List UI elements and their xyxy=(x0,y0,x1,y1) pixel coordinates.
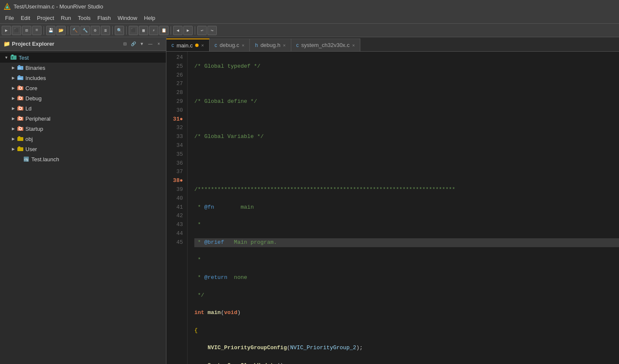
explorer-title: Project Explorer xyxy=(12,41,54,47)
toolbar-btn-9[interactable]: ⚙ xyxy=(91,26,100,35)
tab-modified-main-c xyxy=(195,44,199,47)
explorer-link-btn[interactable]: 🔗 xyxy=(130,40,137,48)
tab-debug-c[interactable]: c debug.c × xyxy=(210,39,250,51)
menu-tools[interactable]: Tools xyxy=(75,14,94,22)
code-area: c main.c × c debug.c × h debug.h × c sys… xyxy=(166,37,619,364)
tree-item-obj[interactable]: ▶ obj xyxy=(0,134,166,144)
svg-rect-10 xyxy=(18,75,20,77)
menu-edit[interactable]: Edit xyxy=(17,14,33,22)
code-line-34: * @brief Main program. xyxy=(194,238,619,247)
toolbar-sep-4 xyxy=(126,26,127,35)
toolbar-btn-3[interactable]: ⊞ xyxy=(22,26,31,35)
tab-close-main-c[interactable]: × xyxy=(201,43,204,48)
toolbar: ▶ ⬛ ⊞ ≡ 💾 📂 🔨 🔧 ⚙ ≣ 🔍 ⬛ ▦ ⚡ 📋 ◀ ▶ ↩ ↪ xyxy=(0,24,619,37)
tree-item-peripheral[interactable]: ▶ Peripheral xyxy=(0,113,166,124)
menu-run[interactable]: Run xyxy=(58,14,75,22)
tree-item-startup[interactable]: ▶ Startup xyxy=(0,124,166,134)
line-num-30: 30 xyxy=(166,106,183,115)
explorer-header: 📁 Project Explorer ⊟ 🔗 ▼ — × xyxy=(0,37,166,51)
tab-system-c[interactable]: c system_ch32v30x.c × xyxy=(291,39,361,51)
tree-item-test[interactable]: ▼ T Test xyxy=(0,52,166,63)
code-content[interactable]: /* Global typedef */ /* Global define */… xyxy=(188,52,619,364)
expander-startup: ▶ xyxy=(10,126,16,132)
explorer-collapse-btn[interactable]: ⊟ xyxy=(121,40,129,48)
tab-close-system-c[interactable]: × xyxy=(352,43,355,48)
tab-label-debug-c: debug.c xyxy=(220,42,239,48)
menu-file[interactable]: File xyxy=(2,14,17,22)
toolbar-btn-14[interactable]: ⚡ xyxy=(149,26,158,35)
icon-binaries: 01 xyxy=(17,64,24,71)
line-num-35: 35 xyxy=(166,150,183,159)
code-line-36: * @return none xyxy=(194,273,619,282)
tree-item-binaries[interactable]: ▶ 01 Binaries xyxy=(0,63,166,73)
toolbar-btn-8[interactable]: 🔧 xyxy=(80,26,90,35)
label-test-launch: Test.launch xyxy=(31,156,59,163)
tree-item-test-launch[interactable]: ▶ cfg Test.launch xyxy=(0,154,166,164)
code-line-26: /* Global define */ xyxy=(194,97,619,106)
code-line-40: NVIC_PriorityGroupConfig(NVIC_PriorityGr… xyxy=(194,344,619,353)
menu-flash[interactable]: Flash xyxy=(94,14,114,22)
tab-close-debug-c[interactable]: × xyxy=(242,43,244,48)
tree-item-includes[interactable]: ▶ #inc Includes xyxy=(0,73,166,83)
line-num-28: 28 xyxy=(166,88,183,97)
code-line-33: * xyxy=(194,221,619,229)
line-num-42: 42 xyxy=(166,212,183,221)
code-line-30 xyxy=(194,168,619,176)
label-debug: Debug xyxy=(25,95,41,102)
tree-item-ld[interactable]: ▶ Ld xyxy=(0,103,166,113)
toolbar-btn-2[interactable]: ⬛ xyxy=(12,26,21,35)
code-line-32: * @fn main xyxy=(194,203,619,212)
icon-user xyxy=(17,146,24,152)
tab-close-debug-h[interactable]: × xyxy=(283,43,285,48)
toolbar-btn-15[interactable]: 📋 xyxy=(159,26,169,35)
svg-rect-4 xyxy=(11,55,14,56)
explorer-min-btn[interactable]: — xyxy=(146,40,154,48)
line-numbers: 24 25 26 27 28 29 30 31● 32 33 34 35 36 … xyxy=(166,52,188,364)
main-layout: 📁 Project Explorer ⊟ 🔗 ▼ — × ▼ T xyxy=(0,37,619,364)
line-num-36: 36 xyxy=(166,159,183,168)
svg-rect-27 xyxy=(17,137,23,141)
toolbar-btn-19[interactable]: ↪ xyxy=(207,26,217,35)
tab-debug-h[interactable]: h debug.h × xyxy=(250,39,291,51)
line-num-39: 39 xyxy=(166,185,183,194)
label-test: Test xyxy=(19,55,29,61)
tree-item-user[interactable]: ▶ User xyxy=(0,144,166,154)
line-num-38: 38● xyxy=(166,176,183,185)
toolbar-btn-13[interactable]: ▦ xyxy=(139,26,148,35)
toolbar-sep-5 xyxy=(171,26,171,35)
label-ld: Ld xyxy=(25,105,31,112)
label-startup: Startup xyxy=(25,126,43,132)
explorer-close-btn[interactable]: × xyxy=(155,40,163,48)
toolbar-sep-3 xyxy=(112,26,113,35)
menu-project[interactable]: Project xyxy=(33,14,57,22)
toolbar-btn-17[interactable]: ▶ xyxy=(183,26,193,35)
toolbar-btn-4[interactable]: ≡ xyxy=(32,26,41,35)
tree-item-core[interactable]: ▶ Core xyxy=(0,83,166,93)
explorer-tree: ▼ T Test ▶ 01 xyxy=(0,51,166,364)
toolbar-btn-18[interactable]: ↩ xyxy=(197,26,207,35)
tab-main-c[interactable]: c main.c × xyxy=(166,39,210,51)
code-editor[interactable]: 24 25 26 27 28 29 30 31● 32 33 34 35 36 … xyxy=(166,52,619,364)
toolbar-btn-10[interactable]: ≣ xyxy=(101,26,110,35)
toolbar-btn-16[interactable]: ◀ xyxy=(173,26,182,35)
window-title: Test/User/main.c - MounRiver Studio xyxy=(14,3,103,10)
toolbar-btn-1[interactable]: ▶ xyxy=(2,26,11,35)
line-num-26: 26 xyxy=(166,71,183,80)
expander-includes: ▶ xyxy=(10,75,16,81)
line-num-43: 43 xyxy=(166,221,183,229)
expander-ld: ▶ xyxy=(10,105,16,111)
toolbar-btn-11[interactable]: 🔍 xyxy=(115,26,124,35)
code-line-25 xyxy=(194,80,619,88)
explorer-menu-btn[interactable]: ▼ xyxy=(138,40,146,48)
menu-help[interactable]: Help xyxy=(141,14,159,22)
toolbar-btn-7[interactable]: 🔨 xyxy=(70,26,80,35)
menu-window[interactable]: Window xyxy=(114,14,141,22)
toolbar-btn-5[interactable]: 💾 xyxy=(46,26,55,35)
app-icon xyxy=(3,3,11,10)
line-num-25: 25 xyxy=(166,62,183,71)
toolbar-btn-12[interactable]: ⬛ xyxy=(129,26,138,35)
icon-obj xyxy=(17,135,24,142)
toolbar-btn-6[interactable]: 📂 xyxy=(56,26,66,35)
line-num-45: 45 xyxy=(166,238,183,247)
tree-item-debug[interactable]: ▶ Debug xyxy=(0,93,166,103)
